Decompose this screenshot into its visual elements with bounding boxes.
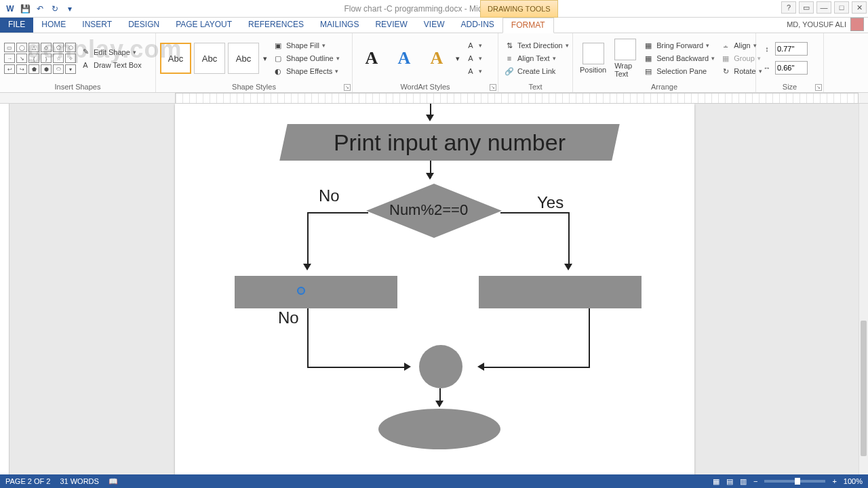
flow-terminator[interactable] — [378, 409, 500, 449]
text-outline-button[interactable]: A — [464, 52, 484, 64]
horizontal-ruler[interactable] — [175, 93, 859, 104]
user-area[interactable]: MD, YOUSUF ALI — [787, 18, 864, 31]
text-direction-button[interactable]: ⇅Text Direction — [502, 39, 570, 52]
qat-more-icon[interactable]: ▾ — [64, 3, 76, 15]
text-fill-button[interactable]: A — [464, 39, 484, 52]
document-area[interactable]: Print input any number Num%2==0 No Yes N… — [0, 104, 859, 474]
zoom-level[interactable]: 100% — [844, 477, 863, 485]
shape-outline-button[interactable]: ▢Shape Outline — [271, 52, 341, 64]
wordart-launcher[interactable]: ↘ — [490, 84, 496, 91]
window-controls: ? ▭ — □ ✕ — [781, 1, 867, 14]
outline-icon: ▢ — [273, 53, 283, 64]
status-page[interactable]: PAGE 2 OF 2 — [5, 477, 50, 485]
shape-styles-launcher[interactable]: ↘ — [344, 84, 351, 91]
width-field[interactable]: ↔ — [760, 60, 809, 75]
zoom-out-icon[interactable]: − — [753, 477, 757, 485]
maximize-button[interactable]: □ — [834, 1, 849, 14]
link-icon: 🔗 — [504, 66, 515, 77]
wordart-more[interactable]: ▾ — [454, 54, 461, 64]
help-button[interactable]: ? — [781, 1, 796, 14]
tab-format[interactable]: FORMAT — [502, 18, 554, 33]
flow-left-process[interactable] — [235, 276, 397, 308]
view-read-icon[interactable]: ▤ — [726, 477, 733, 486]
tab-review[interactable]: REVIEW — [367, 18, 415, 33]
bring-forward-button[interactable]: ▦Bring Forward — [642, 39, 716, 52]
tab-mailings[interactable]: MAILINGS — [312, 18, 367, 33]
view-print-icon[interactable]: ▦ — [713, 477, 719, 486]
flow-connector[interactable] — [419, 345, 462, 388]
tab-insert[interactable]: INSERT — [74, 18, 120, 33]
send-backward-button[interactable]: ▦Send Backward — [642, 52, 716, 64]
text-box-icon: A — [80, 60, 91, 70]
flow-input-text: Print input any number — [334, 129, 566, 156]
redo-icon[interactable]: ↻ — [49, 3, 61, 15]
style-swatch-2[interactable]: Abc — [194, 43, 225, 74]
shape-fill-button[interactable]: ▣Shape Fill — [271, 39, 341, 52]
text-outline-icon: A — [465, 53, 476, 64]
group-label: Insert Shapes — [4, 81, 151, 92]
group-label: Arrange — [577, 81, 751, 92]
create-link-button[interactable]: 🔗Create Link — [502, 65, 570, 77]
draw-text-box-button[interactable]: ADraw Text Box — [79, 59, 143, 71]
avatar[interactable] — [850, 18, 864, 31]
height-field[interactable]: ↕ — [760, 41, 809, 56]
page[interactable]: Print input any number Num%2==0 No Yes N… — [175, 104, 694, 474]
wrap-icon — [614, 39, 636, 60]
group-size: ↕ ↔ Size ↘ — [756, 33, 824, 92]
scrollbar-thumb[interactable] — [861, 321, 867, 456]
tab-design[interactable]: DESIGN — [120, 18, 167, 33]
view-web-icon[interactable]: ▥ — [740, 477, 747, 486]
selection-pane-button[interactable]: ▤Selection Pane — [642, 65, 716, 77]
tab-page-layout[interactable]: PAGE LAYOUT — [167, 18, 240, 33]
text-effects-button[interactable]: A — [464, 65, 484, 77]
zoom-slider[interactable] — [764, 480, 825, 483]
proofing-icon[interactable]: 📖 — [108, 477, 118, 486]
width-input[interactable] — [775, 61, 808, 75]
user-name: MD, YOUSUF ALI — [787, 20, 846, 28]
flow-no-label: No — [319, 186, 340, 205]
style-gallery-more[interactable]: ▾ — [262, 54, 269, 64]
edit-shape-button[interactable]: ✎Edit Shape — [79, 46, 143, 58]
tab-file[interactable]: FILE — [0, 18, 33, 33]
zoom-in-icon[interactable]: + — [832, 477, 836, 485]
wrap-text-button[interactable]: Wrap Text — [612, 37, 639, 79]
undo-icon[interactable]: ↶ — [34, 3, 46, 15]
shapes-gallery[interactable]: ▭◯△◇⬠⬡ →↘{}☆✧ ↩↪⬟⬢⬭▾ — [4, 43, 76, 74]
align-text-button[interactable]: ≡Align Text — [502, 52, 570, 64]
quick-access-toolbar: W 💾 ↶ ↻ ▾ — [0, 3, 80, 15]
vertical-scrollbar[interactable] — [859, 104, 868, 474]
tab-home[interactable]: HOME — [33, 18, 74, 33]
edit-shape-icon: ✎ — [80, 47, 91, 58]
group-label: Shape Styles — [160, 81, 348, 92]
group-icon: ▦ — [720, 53, 731, 64]
shape-effects-button[interactable]: ◐Shape Effects — [271, 65, 341, 77]
align-icon: ⫠ — [720, 40, 731, 51]
vertical-ruler[interactable] — [0, 104, 9, 474]
flow-input-box[interactable]: Print input any number — [279, 124, 619, 161]
tab-references[interactable]: REFERENCES — [240, 18, 312, 33]
save-icon[interactable]: 💾 — [19, 3, 31, 15]
size-launcher[interactable]: ↘ — [815, 84, 822, 91]
close-button[interactable]: ✕ — [852, 1, 867, 14]
wordart-swatch-1[interactable]: A — [357, 43, 387, 73]
wordart-swatch-3[interactable]: A — [422, 43, 452, 73]
flow-right-process[interactable] — [479, 276, 642, 308]
wordart-swatch-2[interactable]: A — [389, 43, 419, 73]
tab-view[interactable]: VIEW — [416, 18, 453, 33]
align-text-icon: ≡ — [504, 53, 515, 64]
group-wordart-styles: A A A ▾ A A A WordArt Styles ↘ — [353, 33, 498, 92]
rotate-icon: ↻ — [720, 66, 731, 77]
text-effects-icon: A — [465, 66, 476, 77]
minimize-button[interactable]: — — [816, 1, 831, 14]
width-icon: ↔ — [762, 62, 772, 73]
style-swatch-1[interactable]: Abc — [160, 43, 191, 74]
tab-add-ins[interactable]: ADD-INS — [452, 18, 502, 33]
position-button[interactable]: Position — [577, 41, 609, 75]
flow-decision-text: Num%2==0 — [389, 201, 468, 219]
style-swatch-3[interactable]: Abc — [228, 43, 259, 74]
group-label: WordArt Styles — [357, 81, 494, 92]
status-words[interactable]: 31 WORDS — [60, 477, 98, 485]
ribbon-collapse-button[interactable]: ▭ — [799, 1, 814, 14]
forward-icon: ▦ — [643, 40, 654, 51]
height-input[interactable] — [775, 42, 808, 56]
